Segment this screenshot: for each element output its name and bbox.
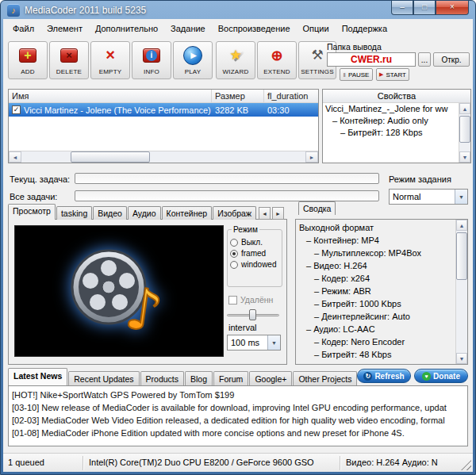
tree-item[interactable]: –Мультиплексор: MP4Box	[297, 247, 455, 259]
browse-button[interactable]: ...	[418, 52, 431, 67]
scrollbar-thumb[interactable]	[459, 116, 470, 143]
resize-grip[interactable]	[461, 460, 471, 470]
tab-picture[interactable]: Изображ	[213, 206, 256, 220]
news-tab-other[interactable]: Other Projects	[293, 371, 357, 385]
scroll-right-arrow-icon[interactable]: ►	[305, 151, 318, 163]
summary-tree: Выходной формат –Контейнер: MP4 –Мультип…	[297, 221, 455, 363]
dropdown-arrow-icon[interactable]: ▼	[455, 190, 467, 204]
scrollbar-thumb[interactable]	[456, 232, 467, 280]
tree-item[interactable]: –Деинтерлейсинг: Auto	[297, 310, 455, 323]
tab-scroll-left-icon[interactable]: ◄	[259, 207, 271, 220]
scrollbar-track[interactable]	[456, 231, 467, 353]
play-button[interactable]: ▶ PLAY	[173, 41, 213, 79]
tree-item[interactable]: –Кодер: Nero Encoder	[297, 335, 455, 348]
tree-item[interactable]: –Видео: H.264	[297, 259, 455, 272]
file-checkbox[interactable]: ✓	[12, 105, 21, 114]
window-controls: – □ ×	[391, 1, 469, 15]
property-item[interactable]: –Битрейт: 128 Kbps	[323, 127, 459, 139]
menu-item[interactable]: Элемент	[40, 21, 89, 36]
tree-item[interactable]: –Аудио: LC-AAC	[297, 323, 455, 335]
news-tab-blog[interactable]: Blog	[185, 371, 213, 385]
refresh-button[interactable]: ↻ Refresh	[357, 369, 411, 383]
tab-scroll-right-icon[interactable]: ►	[272, 207, 284, 220]
remote-checkbox[interactable]: Удалённ	[228, 295, 273, 305]
tab-container[interactable]: Контейнер	[162, 206, 213, 220]
empty-icon: ×	[106, 46, 115, 64]
scroll-down-arrow-icon[interactable]: ▼	[456, 353, 467, 364]
scrollbar-thumb[interactable]	[71, 151, 150, 163]
menu-support[interactable]: Поддержка	[336, 21, 393, 36]
radio-windowed[interactable]: windowed	[230, 260, 279, 269]
news-tab-latest[interactable]: Latest News	[8, 368, 67, 385]
watermark-text: CWER.ru	[351, 54, 392, 65]
news-tab-google[interactable]: Google+	[249, 371, 292, 385]
radio-framed[interactable]: framed	[230, 249, 279, 258]
news-tab-products[interactable]: Products	[140, 371, 184, 385]
menu-playback[interactable]: Воспроизведение	[212, 21, 297, 36]
news-item[interactable]: [01-08] MediaCoder iPhone Edition update…	[12, 427, 464, 439]
output-folder-label: Папка вывода	[327, 42, 382, 52]
titlebar[interactable]: ♪ MediaCoder 2011 build 5235 – □ ×	[1, 1, 475, 19]
column-header-name[interactable]: Имя	[9, 90, 212, 102]
delete-button[interactable]: × DELETE	[49, 41, 89, 79]
column-header-duration[interactable]: fl_duration	[264, 90, 318, 102]
menu-advanced[interactable]: Дополнительно	[89, 21, 164, 36]
output-folder-input[interactable]: CWER.ru	[327, 52, 416, 67]
tab-tasking[interactable]: tasking	[56, 206, 92, 220]
open-folder-button[interactable]: Откр.	[433, 52, 470, 67]
tree-item[interactable]: –Битрейт: 48 Kbps	[297, 348, 455, 361]
dropdown-arrow-icon[interactable]: ▼	[267, 335, 280, 350]
tree-dash: –	[306, 236, 311, 245]
interval-slider[interactable]	[227, 309, 279, 320]
scroll-up-arrow-icon[interactable]: ▲	[456, 220, 467, 231]
news-item[interactable]: [HOT!] Nike+SportWatch GPS Powered by To…	[12, 389, 464, 401]
add-button[interactable]: + ADD	[8, 41, 48, 79]
tree-item[interactable]: –Битрейт: 1000 Kbps	[297, 297, 455, 310]
scroll-down-arrow-icon[interactable]: ▼	[459, 151, 470, 163]
interval-select[interactable]: 100 ms ▼	[227, 335, 281, 351]
pause-button[interactable]: ‖ PAUSE	[340, 68, 373, 81]
tree-dash: –	[314, 248, 319, 258]
tree-item[interactable]: –Режим: ABR	[297, 285, 455, 297]
empty-button[interactable]: × EMPTY	[90, 41, 130, 79]
property-item[interactable]: –Контейнер: Audio only	[323, 115, 459, 127]
column-header-size[interactable]: Размер	[212, 90, 264, 102]
news-item[interactable]: [02-03] MediaCoder Web Video Edition rel…	[12, 414, 464, 427]
news-tab-updates[interactable]: Recent Updates	[68, 371, 139, 385]
slider-thumb[interactable]	[249, 309, 256, 320]
tab-summary[interactable]: Сводка	[298, 201, 336, 215]
minimize-button[interactable]: –	[391, 1, 413, 15]
extend-icon: ⊕	[271, 47, 282, 64]
start-button[interactable]: ▶ START	[376, 68, 409, 81]
file-list-header: Имя Размер fl_duration	[9, 90, 318, 103]
info-button[interactable]: i INFO	[132, 41, 171, 79]
scrollbar-track[interactable]	[21, 151, 305, 163]
summary-scrollbar[interactable]: ▲ ▼	[455, 220, 467, 364]
properties-scrollbar[interactable]: ▲ ▼	[459, 103, 470, 163]
news-item[interactable]: [03-10] New release of MediaCoder is ava…	[12, 401, 464, 414]
tree-item[interactable]: –Кодер: x264	[297, 272, 455, 285]
tab-video[interactable]: Видео	[93, 206, 127, 220]
file-row[interactable]: ✓ Vicci Martinez - Jolene (The Voice Per…	[9, 103, 318, 117]
wizard-button[interactable]: ★ WIZARD	[216, 41, 255, 79]
menu-task[interactable]: Задание	[164, 21, 212, 36]
properties-header[interactable]: Свойства	[323, 90, 470, 103]
tree-item[interactable]: Выходной формат	[297, 221, 455, 234]
radio-off[interactable]: Выкл.	[230, 238, 279, 247]
menu-file[interactable]: Файл	[6, 21, 40, 36]
scroll-up-arrow-icon[interactable]: ▲	[459, 103, 470, 114]
task-mode-select[interactable]: Normal ▼	[389, 189, 468, 205]
tree-item[interactable]: –Контейнер: MP4	[297, 234, 455, 247]
scroll-left-arrow-icon[interactable]: ◄	[9, 151, 21, 163]
file-list-hscrollbar[interactable]: ◄ ►	[9, 151, 318, 163]
donate-button[interactable]: ♥ Donate	[414, 369, 468, 383]
menu-options[interactable]: Опции	[297, 21, 336, 36]
scrollbar-track[interactable]	[459, 114, 470, 151]
news-tab-forum[interactable]: Forum	[213, 371, 248, 385]
close-button[interactable]: ×	[436, 1, 469, 15]
maximize-button[interactable]: □	[413, 1, 436, 15]
tab-audio[interactable]: Аудио	[128, 206, 161, 220]
property-item[interactable]: Vicci_Martinez_-_Jolene for ww	[323, 103, 459, 115]
extend-button[interactable]: ⊕ EXTEND	[257, 41, 297, 79]
tab-preview[interactable]: Просмотр	[8, 204, 56, 220]
